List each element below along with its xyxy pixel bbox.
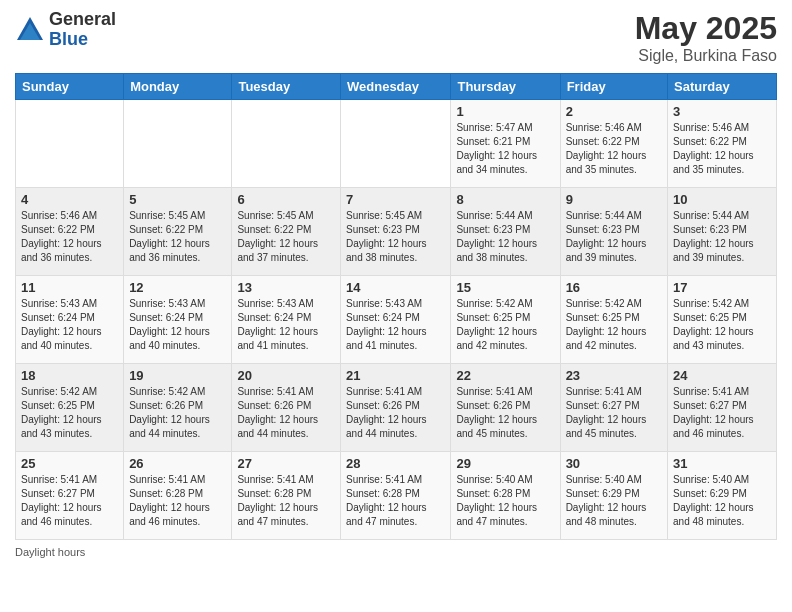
day-number: 23 [566, 368, 662, 383]
col-saturday: Saturday [668, 74, 777, 100]
day-number: 1 [456, 104, 554, 119]
col-thursday: Thursday [451, 74, 560, 100]
calendar-cell: 29Sunrise: 5:40 AM Sunset: 6:28 PM Dayli… [451, 452, 560, 540]
calendar-cell: 6Sunrise: 5:45 AM Sunset: 6:22 PM Daylig… [232, 188, 341, 276]
day-info: Sunrise: 5:41 AM Sunset: 6:28 PM Dayligh… [346, 473, 445, 529]
day-number: 7 [346, 192, 445, 207]
day-info: Sunrise: 5:45 AM Sunset: 6:23 PM Dayligh… [346, 209, 445, 265]
day-number: 6 [237, 192, 335, 207]
calendar-cell: 12Sunrise: 5:43 AM Sunset: 6:24 PM Dayli… [124, 276, 232, 364]
calendar-cell [16, 100, 124, 188]
calendar-cell: 10Sunrise: 5:44 AM Sunset: 6:23 PM Dayli… [668, 188, 777, 276]
calendar-cell: 28Sunrise: 5:41 AM Sunset: 6:28 PM Dayli… [341, 452, 451, 540]
calendar-cell: 30Sunrise: 5:40 AM Sunset: 6:29 PM Dayli… [560, 452, 667, 540]
day-number: 25 [21, 456, 118, 471]
day-info: Sunrise: 5:45 AM Sunset: 6:22 PM Dayligh… [129, 209, 226, 265]
day-info: Sunrise: 5:45 AM Sunset: 6:22 PM Dayligh… [237, 209, 335, 265]
day-info: Sunrise: 5:43 AM Sunset: 6:24 PM Dayligh… [129, 297, 226, 353]
day-number: 11 [21, 280, 118, 295]
day-number: 18 [21, 368, 118, 383]
logo-general: General [49, 10, 116, 30]
day-number: 13 [237, 280, 335, 295]
day-info: Sunrise: 5:41 AM Sunset: 6:26 PM Dayligh… [456, 385, 554, 441]
col-monday: Monday [124, 74, 232, 100]
day-number: 27 [237, 456, 335, 471]
calendar-cell: 26Sunrise: 5:41 AM Sunset: 6:28 PM Dayli… [124, 452, 232, 540]
day-info: Sunrise: 5:42 AM Sunset: 6:25 PM Dayligh… [21, 385, 118, 441]
day-info: Sunrise: 5:46 AM Sunset: 6:22 PM Dayligh… [673, 121, 771, 177]
day-info: Sunrise: 5:42 AM Sunset: 6:25 PM Dayligh… [673, 297, 771, 353]
day-number: 5 [129, 192, 226, 207]
calendar-cell: 18Sunrise: 5:42 AM Sunset: 6:25 PM Dayli… [16, 364, 124, 452]
day-number: 17 [673, 280, 771, 295]
day-info: Sunrise: 5:40 AM Sunset: 6:28 PM Dayligh… [456, 473, 554, 529]
calendar-cell: 23Sunrise: 5:41 AM Sunset: 6:27 PM Dayli… [560, 364, 667, 452]
calendar-cell: 14Sunrise: 5:43 AM Sunset: 6:24 PM Dayli… [341, 276, 451, 364]
day-info: Sunrise: 5:43 AM Sunset: 6:24 PM Dayligh… [237, 297, 335, 353]
calendar-cell: 13Sunrise: 5:43 AM Sunset: 6:24 PM Dayli… [232, 276, 341, 364]
day-number: 8 [456, 192, 554, 207]
col-wednesday: Wednesday [341, 74, 451, 100]
calendar-cell: 27Sunrise: 5:41 AM Sunset: 6:28 PM Dayli… [232, 452, 341, 540]
calendar-cell [232, 100, 341, 188]
calendar-cell: 4Sunrise: 5:46 AM Sunset: 6:22 PM Daylig… [16, 188, 124, 276]
col-sunday: Sunday [16, 74, 124, 100]
day-info: Sunrise: 5:42 AM Sunset: 6:25 PM Dayligh… [566, 297, 662, 353]
month-title: May 2025 [635, 10, 777, 47]
day-info: Sunrise: 5:44 AM Sunset: 6:23 PM Dayligh… [566, 209, 662, 265]
calendar-cell: 1Sunrise: 5:47 AM Sunset: 6:21 PM Daylig… [451, 100, 560, 188]
day-info: Sunrise: 5:41 AM Sunset: 6:26 PM Dayligh… [346, 385, 445, 441]
footer-note: Daylight hours [15, 546, 777, 558]
header-row: Sunday Monday Tuesday Wednesday Thursday… [16, 74, 777, 100]
calendar: Sunday Monday Tuesday Wednesday Thursday… [15, 73, 777, 540]
day-number: 21 [346, 368, 445, 383]
calendar-cell: 15Sunrise: 5:42 AM Sunset: 6:25 PM Dayli… [451, 276, 560, 364]
calendar-week-4: 18Sunrise: 5:42 AM Sunset: 6:25 PM Dayli… [16, 364, 777, 452]
calendar-cell: 25Sunrise: 5:41 AM Sunset: 6:27 PM Dayli… [16, 452, 124, 540]
day-number: 3 [673, 104, 771, 119]
day-number: 22 [456, 368, 554, 383]
day-info: Sunrise: 5:41 AM Sunset: 6:27 PM Dayligh… [673, 385, 771, 441]
day-number: 19 [129, 368, 226, 383]
day-info: Sunrise: 5:43 AM Sunset: 6:24 PM Dayligh… [21, 297, 118, 353]
calendar-cell: 20Sunrise: 5:41 AM Sunset: 6:26 PM Dayli… [232, 364, 341, 452]
calendar-cell: 11Sunrise: 5:43 AM Sunset: 6:24 PM Dayli… [16, 276, 124, 364]
day-number: 26 [129, 456, 226, 471]
day-number: 20 [237, 368, 335, 383]
day-info: Sunrise: 5:43 AM Sunset: 6:24 PM Dayligh… [346, 297, 445, 353]
day-number: 9 [566, 192, 662, 207]
logo-icon [15, 15, 45, 45]
day-info: Sunrise: 5:47 AM Sunset: 6:21 PM Dayligh… [456, 121, 554, 177]
day-info: Sunrise: 5:46 AM Sunset: 6:22 PM Dayligh… [21, 209, 118, 265]
day-number: 15 [456, 280, 554, 295]
calendar-cell: 19Sunrise: 5:42 AM Sunset: 6:26 PM Dayli… [124, 364, 232, 452]
day-number: 4 [21, 192, 118, 207]
day-info: Sunrise: 5:40 AM Sunset: 6:29 PM Dayligh… [566, 473, 662, 529]
calendar-cell: 17Sunrise: 5:42 AM Sunset: 6:25 PM Dayli… [668, 276, 777, 364]
day-info: Sunrise: 5:41 AM Sunset: 6:27 PM Dayligh… [566, 385, 662, 441]
day-info: Sunrise: 5:41 AM Sunset: 6:28 PM Dayligh… [129, 473, 226, 529]
day-info: Sunrise: 5:41 AM Sunset: 6:26 PM Dayligh… [237, 385, 335, 441]
logo: General Blue [15, 10, 116, 50]
calendar-cell [341, 100, 451, 188]
day-number: 30 [566, 456, 662, 471]
logo-text: General Blue [49, 10, 116, 50]
day-info: Sunrise: 5:44 AM Sunset: 6:23 PM Dayligh… [673, 209, 771, 265]
calendar-cell: 16Sunrise: 5:42 AM Sunset: 6:25 PM Dayli… [560, 276, 667, 364]
header: General Blue May 2025 Sigle, Burkina Fas… [15, 10, 777, 65]
day-info: Sunrise: 5:41 AM Sunset: 6:27 PM Dayligh… [21, 473, 118, 529]
day-number: 2 [566, 104, 662, 119]
day-number: 24 [673, 368, 771, 383]
calendar-cell: 8Sunrise: 5:44 AM Sunset: 6:23 PM Daylig… [451, 188, 560, 276]
logo-blue: Blue [49, 30, 116, 50]
calendar-week-3: 11Sunrise: 5:43 AM Sunset: 6:24 PM Dayli… [16, 276, 777, 364]
calendar-cell: 7Sunrise: 5:45 AM Sunset: 6:23 PM Daylig… [341, 188, 451, 276]
day-number: 16 [566, 280, 662, 295]
calendar-week-1: 1Sunrise: 5:47 AM Sunset: 6:21 PM Daylig… [16, 100, 777, 188]
day-info: Sunrise: 5:46 AM Sunset: 6:22 PM Dayligh… [566, 121, 662, 177]
calendar-cell: 3Sunrise: 5:46 AM Sunset: 6:22 PM Daylig… [668, 100, 777, 188]
calendar-cell: 9Sunrise: 5:44 AM Sunset: 6:23 PM Daylig… [560, 188, 667, 276]
calendar-cell [124, 100, 232, 188]
page: General Blue May 2025 Sigle, Burkina Fas… [0, 0, 792, 612]
day-number: 29 [456, 456, 554, 471]
